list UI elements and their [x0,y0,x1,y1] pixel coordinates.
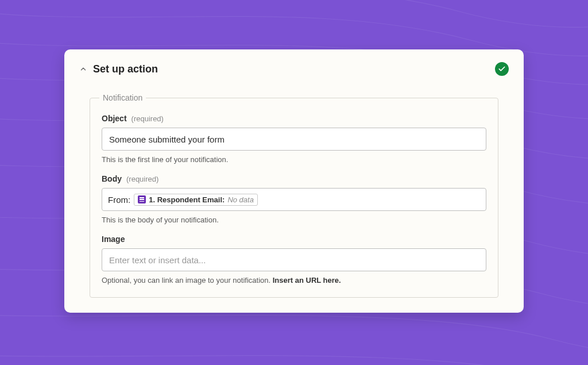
image-help-prefix: Optional, you can link an image to your … [102,276,273,285]
object-label: Object [102,114,127,123]
notification-fieldset: Notification Object (required) This is t… [90,93,498,298]
card-header-toggle[interactable]: Set up action [79,63,158,75]
chevron-up-icon [79,65,87,73]
body-input[interactable]: From: 1. Respondent Email: No data [102,188,486,211]
image-help: Optional, you can link an image to your … [102,276,486,285]
token-nodata: No data [227,195,254,204]
body-required: (required) [126,175,158,183]
body-prefix-text: From: [108,195,130,205]
image-help-bold: Insert an URL here. [273,276,341,285]
fieldset-legend: Notification [99,93,146,102]
body-field: Body (required) From: 1. Respondent Emai… [102,174,486,224]
object-input[interactable] [102,128,486,151]
image-label: Image [102,235,125,244]
token-label: 1. Respondent Email: [149,195,225,204]
status-complete-icon [495,62,509,76]
action-setup-card: Set up action Notification Object (requi… [64,49,524,313]
card-header: Set up action [79,62,509,76]
object-field: Object (required) This is the first line… [102,114,486,164]
respondent-email-token[interactable]: 1. Respondent Email: No data [134,194,258,206]
body-label: Body [102,174,122,183]
object-required: (required) [131,114,164,123]
body-help: This is the body of your notification. [102,216,486,224]
object-help: This is the first line of your notificat… [102,155,486,164]
image-field: Image Optional, you can link an image to… [102,235,486,285]
card-title: Set up action [93,63,158,75]
form-source-icon [138,195,146,203]
image-input[interactable] [102,248,486,271]
